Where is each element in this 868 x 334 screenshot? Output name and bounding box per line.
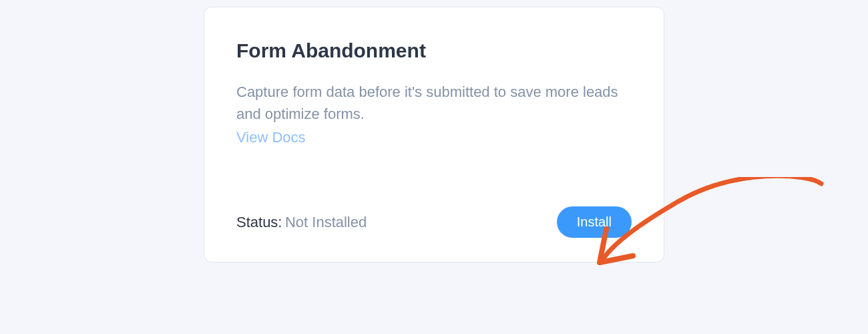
view-docs-link[interactable]: View Docs [236, 129, 306, 146]
install-button[interactable]: Install [557, 206, 632, 238]
card-description: Capture form data before it's submitted … [236, 81, 632, 125]
card-title: Form Abandonment [236, 39, 632, 62]
status-text: Status: Not Installed [236, 214, 367, 231]
addon-card: Form Abandonment Capture form data befor… [204, 7, 664, 263]
status-value: Not Installed [285, 214, 367, 230]
status-label: Status: [236, 214, 282, 230]
card-footer: Status: Not Installed Install [236, 206, 632, 238]
